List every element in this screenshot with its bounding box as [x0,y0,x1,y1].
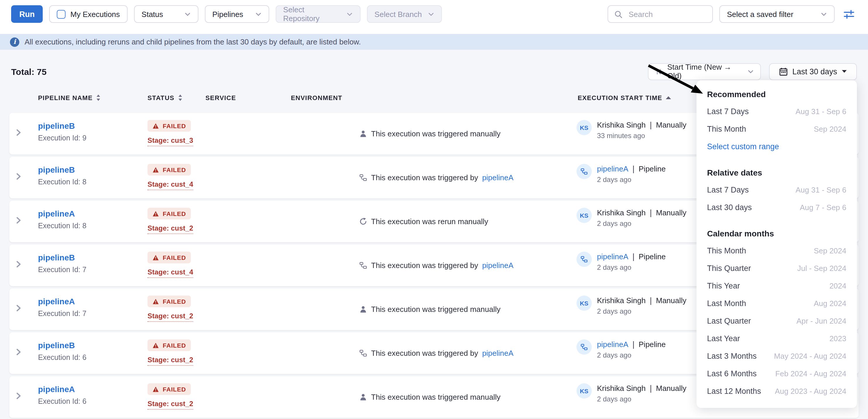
failed-warning-icon [152,386,159,392]
avatar-initials: KS [580,300,588,307]
sort-ascending-icon[interactable] [666,96,672,99]
column-header: PIPELINE NAME [38,94,101,101]
failed-stage-link[interactable]: Stage: cust_2 [148,312,193,322]
date-menu-item[interactable]: Last 30 days Aug 7 - Sep 6 [696,198,857,216]
calendar-icon [779,67,787,76]
date-menu-item[interactable]: Last Month Aug 2024 [696,294,857,312]
date-menu-item[interactable]: Last 12 Months Aug 2023 - Aug 2024 [696,382,857,400]
failed-stage-link[interactable]: Stage: cust_4 [148,268,193,278]
trigger-mode: Manually [656,296,687,304]
execution-time: 2 days ago [597,395,687,403]
row-expand-chevron-icon[interactable] [16,392,21,400]
run-button[interactable]: Run [11,5,43,23]
pipeline-name-link[interactable]: pipelineB [38,341,75,350]
row-expand-chevron-icon[interactable] [16,217,21,224]
actor-block: pipelineA | Pipeline 2 days ago [577,340,666,359]
manual-trigger-icon [360,130,367,137]
date-menu-item[interactable]: Last Year 2023 [696,329,857,347]
date-menu-item-label: Last 3 Months [707,351,757,360]
failed-warning-icon [152,166,159,173]
date-menu-item-range: Aug 31 - Sep 6 [796,107,846,116]
status-badge: FAILED [148,252,191,263]
status-block: FAILED Stage: cust_4 [148,164,193,190]
status-block: FAILED Stage: cust_4 [148,252,193,278]
failed-stage-link[interactable]: Stage: cust_2 [148,400,193,410]
trigger-pipeline-link[interactable]: pipelineA [482,261,514,270]
row-expand-chevron-icon[interactable] [16,348,21,356]
trigger-description: This execution was triggered by [371,173,478,182]
row-expand-chevron-icon[interactable] [16,260,21,268]
info-banner-text: All executions, including reruns and chi… [25,37,361,46]
execution-id: Execution Id: 7 [38,310,86,318]
filter-settings-button[interactable] [841,5,857,23]
pipeline-name-link[interactable]: pipelineB [38,253,75,262]
date-menu-item-label: Last 12 Months [707,387,761,395]
status-filter-label: Status [142,10,163,19]
sort-both-icon[interactable] [178,94,183,101]
pipeline-name-link[interactable]: pipelineB [38,165,75,174]
status-filter-dropdown[interactable]: Status [134,5,198,23]
saved-filter-dropdown[interactable]: Select a saved filter [719,5,835,23]
saved-filter-label: Select a saved filter [727,10,794,19]
branch-filter-dropdown[interactable]: Select Branch [367,5,442,23]
pipeline-name-block: pipelineB Execution Id: 9 [38,121,86,142]
repository-filter-dropdown[interactable]: Select Repository [276,5,361,23]
avatar [577,164,592,179]
execution-id: Execution Id: 6 [38,397,86,406]
failed-warning-icon [152,211,159,217]
status-block: FAILED Stage: cust_2 [148,295,193,322]
date-menu-item-range: Sep 2024 [814,246,846,255]
date-menu-item[interactable]: Select custom range [696,137,857,155]
date-menu-item[interactable]: Last 6 Months Feb 2024 - Aug 2024 [696,364,857,382]
date-menu-item[interactable]: Last 3 Months May 2024 - Aug 2024 [696,347,857,364]
pipelines-filter-label: Pipelines [213,10,244,19]
sort-both-icon[interactable] [96,94,101,101]
pipeline-name-link[interactable]: pipelineA [38,384,75,394]
failed-stage-link[interactable]: Stage: cust_3 [148,136,193,146]
chevron-down-icon [820,12,827,16]
pipeline-name-link[interactable]: pipelineB [38,121,75,130]
total-count: Total: 75 [11,66,46,76]
date-menu-item[interactable]: Last Quarter Apr - Jun 2024 [696,312,857,329]
date-menu-item[interactable]: This Month Sep 2024 [696,120,857,137]
failed-stage-link[interactable]: Stage: cust_4 [148,180,193,190]
search-icon [614,10,623,19]
row-expand-chevron-icon[interactable] [16,173,21,180]
rerun-trigger-icon [360,218,367,225]
column-header-label: STATUS [148,94,175,101]
date-range-button[interactable]: Last 30 days [769,63,857,80]
failed-stage-link[interactable]: Stage: cust_2 [148,224,193,234]
search-input[interactable] [627,9,700,19]
execution-time: 2 days ago [597,263,666,271]
trigger-info: This execution was triggered by pipeline… [360,332,514,374]
date-menu-item-range: Apr - Jun 2024 [796,316,846,325]
chevron-down-icon [346,12,353,16]
trigger-pipeline-link[interactable]: pipelineA [482,349,514,358]
date-menu-item[interactable]: This Month Sep 2024 [696,242,857,259]
date-menu-item[interactable]: Last 7 Days Aug 31 - Sep 6 [696,102,857,120]
column-header: EXECUTION START TIME [578,94,672,101]
actor-name: pipelineA [597,164,628,173]
failed-stage-link[interactable]: Stage: cust_2 [148,356,193,366]
row-expand-chevron-icon[interactable] [16,129,21,136]
trigger-pipeline-link[interactable]: pipelineA [482,173,514,182]
date-menu-item[interactable]: Last 7 Days Aug 31 - Sep 6 [696,181,857,198]
pipeline-name-link[interactable]: pipelineA [38,297,75,306]
date-menu-section: Recommended Last 7 Days Aug 31 - Sep 6 T… [696,86,857,155]
pipeline-name-link[interactable]: pipelineA [38,209,75,218]
date-menu-item-label: Last 30 days [707,203,752,212]
row-expand-chevron-icon[interactable] [16,304,21,312]
trigger-mode: Pipeline [639,252,666,261]
trigger-description: This execution was triggered manually [371,129,500,138]
date-menu-item[interactable]: This Year 2024 [696,277,857,294]
date-menu-item-range: Aug 2024 [814,299,846,308]
chevron-down-icon [184,12,191,16]
pipeline-trigger-icon [360,349,367,357]
sort-dropdown[interactable]: Start Time (New → Old) [648,63,761,80]
my-executions-checkbox[interactable] [57,10,66,19]
actor-name: pipelineA [597,340,628,349]
pipelines-filter-dropdown[interactable]: Pipelines [205,5,269,23]
date-menu-item[interactable]: This Quarter Jul - Sep 2024 [696,259,857,277]
avatar-initials: KS [580,124,588,131]
my-executions-toggle[interactable]: My Executions [50,5,128,23]
